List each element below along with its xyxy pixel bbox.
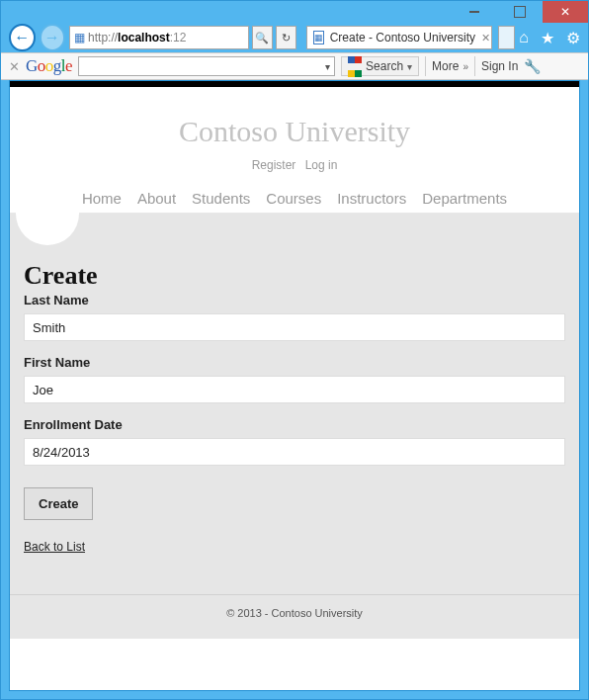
url-host: localhost	[118, 31, 170, 44]
browser-tab[interactable]: ▦ Create - Contoso University ✕	[306, 26, 493, 49]
double-chevron-icon: »	[463, 61, 468, 72]
main-nav: Home About Students Courses Instructors …	[10, 184, 579, 214]
toolbar-more-button[interactable]: More »	[432, 59, 468, 73]
tab-title: Create - Contoso University	[330, 31, 475, 44]
more-label: More	[432, 59, 459, 73]
chevron-down-icon: ▾	[407, 61, 412, 72]
auth-links: Register Log in	[10, 158, 579, 172]
tab-page-icon: ▦	[313, 31, 324, 44]
search-button-label: Search	[366, 59, 403, 73]
browser-nav-row: ← → ▦ http:// localhost :12 🔍 ↻ ▦ Create…	[1, 23, 588, 52]
address-bar[interactable]: ▦ http:// localhost :12	[69, 26, 249, 49]
last-name-label: Last Name	[24, 293, 565, 307]
first-name-input[interactable]	[24, 376, 565, 403]
page-heading: Create	[24, 261, 565, 291]
search-glyph-icon	[348, 52, 362, 80]
url-port: :12	[170, 31, 187, 44]
chevron-down-icon[interactable]: ▾	[321, 61, 334, 72]
nav-instructors[interactable]: Instructors	[337, 190, 406, 207]
search-dropdown-button[interactable]: 🔍	[252, 26, 273, 49]
back-button[interactable]: ←	[9, 24, 36, 51]
back-to-list-link[interactable]: Back to List	[24, 540, 565, 554]
url-protocol: http://	[88, 31, 118, 44]
toolbar-close-icon[interactable]: ✕	[9, 59, 20, 74]
window-titlebar	[1, 1, 588, 23]
enrollment-date-label: Enrollment Date	[24, 417, 565, 432]
new-tab-button[interactable]	[498, 26, 515, 49]
nav-about[interactable]: About	[137, 190, 176, 207]
window-minimize-button[interactable]	[452, 1, 497, 23]
toolbar-search-button[interactable]: Search ▾	[341, 56, 419, 76]
separator	[474, 56, 475, 76]
site-title[interactable]: Contoso University	[10, 115, 579, 148]
first-name-label: First Name	[24, 355, 565, 370]
last-name-input[interactable]	[24, 313, 565, 341]
page-viewport: Contoso University Register Log in Home …	[9, 80, 580, 691]
favorites-icon[interactable]: ★	[541, 29, 554, 47]
page-footer: © 2013 - Contoso University	[10, 594, 579, 639]
toolbar-signin-button[interactable]: Sign In	[481, 59, 518, 73]
enrollment-date-input[interactable]	[24, 438, 565, 466]
toolbar-search-input[interactable]: ▾	[78, 56, 335, 76]
window-maximize-button[interactable]	[497, 1, 543, 23]
register-link[interactable]: Register	[249, 158, 299, 172]
create-button[interactable]: Create	[24, 487, 93, 520]
signin-label: Sign In	[481, 59, 518, 73]
window-close-button[interactable]	[543, 1, 588, 23]
nav-students[interactable]: Students	[192, 190, 250, 207]
nav-courses[interactable]: Courses	[266, 190, 321, 207]
forward-button[interactable]: →	[40, 24, 66, 51]
google-toolbar: ✕ Google ▾ Search ▾ More » Sign In 🔧	[1, 52, 588, 80]
nav-departments[interactable]: Departments	[422, 190, 507, 207]
nav-home[interactable]: Home	[82, 190, 122, 207]
separator	[425, 56, 426, 76]
settings-gear-icon[interactable]: ⚙	[566, 29, 580, 47]
avatar-placeholder	[16, 182, 79, 245]
home-icon[interactable]: ⌂	[519, 29, 529, 46]
refresh-button[interactable]: ↻	[276, 26, 296, 49]
page-body: Create Last Name First Name Enrollment D…	[10, 214, 579, 639]
page-icon: ▦	[70, 31, 88, 44]
tab-close-icon[interactable]: ✕	[481, 32, 490, 44]
top-accent-bar	[10, 81, 579, 87]
wrench-icon[interactable]: 🔧	[524, 58, 541, 74]
login-link[interactable]: Log in	[302, 158, 341, 172]
google-logo[interactable]: Google	[26, 56, 72, 76]
